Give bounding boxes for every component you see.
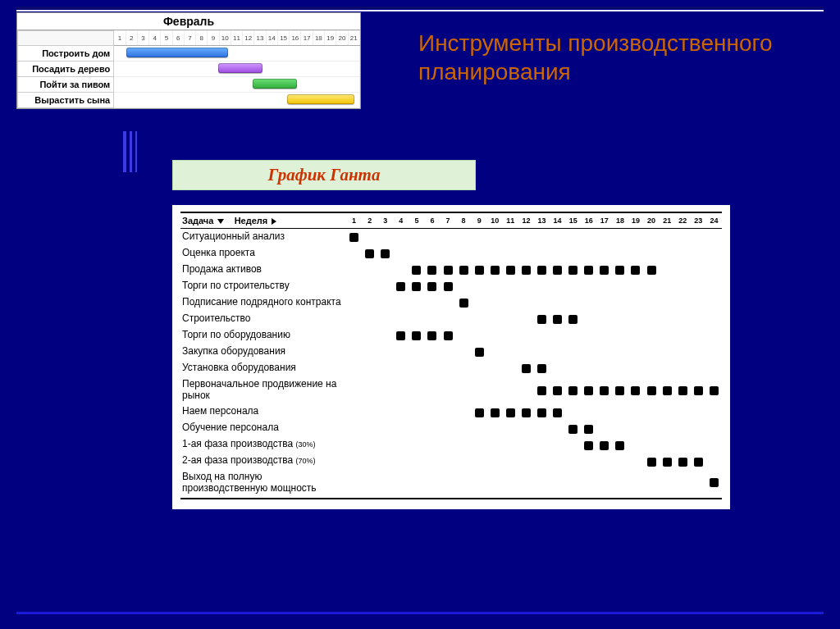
main-gantt-cell [393, 327, 409, 344]
main-gantt-cell [660, 453, 675, 469]
main-gantt-task-label: Выход на полную производственную мощност… [180, 469, 346, 499]
main-gantt-cell [377, 436, 393, 453]
main-gantt-cell [596, 360, 612, 376]
filled-marker [396, 331, 405, 340]
main-gantt-cell [628, 278, 643, 294]
main-gantt-cell [472, 469, 487, 499]
main-gantt-cell [393, 453, 409, 469]
main-gantt-cell [644, 327, 660, 344]
main-gantt-cell [596, 245, 612, 262]
filled-marker [537, 315, 546, 324]
main-gantt-cell [377, 278, 393, 294]
main-gantt-cell [393, 403, 409, 420]
main-gantt-cell [409, 294, 424, 311]
main-gantt-cell [362, 327, 377, 344]
filled-marker [427, 331, 436, 340]
main-gantt-week-header: 1 [346, 212, 362, 229]
filled-marker [553, 315, 562, 324]
main-gantt-cell [456, 311, 472, 327]
main-gantt-cell [393, 311, 409, 327]
main-gantt-cell [612, 327, 628, 344]
mini-gantt-day: 19 [325, 31, 336, 46]
main-gantt-cell [660, 469, 675, 499]
main-gantt-cell [644, 229, 660, 245]
main-gantt-cell [628, 376, 643, 404]
mini-gantt-day: 5 [161, 31, 172, 46]
main-gantt-cell [534, 376, 550, 404]
mini-gantt-lane [114, 93, 360, 108]
main-gantt-cell [377, 245, 393, 262]
main-gantt-cell [534, 420, 550, 436]
main-gantt-cell [472, 420, 487, 436]
main-gantt-cell [377, 344, 393, 360]
main-gantt-week-header: 16 [581, 212, 596, 229]
main-gantt-cell [596, 436, 612, 453]
main-gantt-cell [518, 420, 534, 436]
filled-marker [553, 386, 562, 395]
filled-marker [365, 249, 374, 258]
main-gantt-task-label: Закупка оборудования [180, 344, 346, 360]
main-gantt-cell [691, 453, 706, 469]
main-gantt-cell [534, 469, 550, 499]
mini-gantt-day: 10 [219, 31, 231, 46]
main-gantt-cell [581, 436, 596, 453]
main-gantt-cell [487, 469, 503, 499]
main-gantt-cell [487, 436, 503, 453]
filled-marker [459, 299, 468, 308]
main-gantt-cell [628, 469, 643, 499]
main-gantt-task-label: Подписание подрядного контракта [180, 294, 346, 311]
main-gantt-cell [660, 229, 675, 245]
main-gantt-cell [362, 360, 377, 376]
main-gantt-cell [534, 245, 550, 262]
main-gantt-cell [456, 403, 472, 420]
main-gantt-cell [346, 278, 362, 294]
main-gantt-cell [362, 229, 377, 245]
main-gantt-cell [487, 229, 503, 245]
main-gantt-cell [441, 453, 456, 469]
main-gantt-cell [424, 327, 440, 344]
main-gantt-cell [581, 420, 596, 436]
main-gantt-cell [534, 344, 550, 360]
main-gantt-cell [550, 469, 565, 499]
main-gantt-task-label: 2-ая фаза производства (70%) [180, 453, 346, 469]
main-gantt-cell [581, 376, 596, 404]
mini-gantt-day: 6 [172, 31, 184, 46]
main-gantt-cell [377, 262, 393, 278]
main-gantt-task-label: Торги по оборудованию [180, 327, 346, 344]
main-gantt-cell [581, 229, 596, 245]
main-gantt-cell [487, 262, 503, 278]
main-gantt-cell [675, 262, 691, 278]
filled-marker [537, 364, 546, 373]
main-gantt-cell [660, 360, 675, 376]
filled-marker [522, 408, 531, 417]
filled-marker [553, 266, 562, 275]
main-gantt-cell [503, 360, 518, 376]
mini-gantt-month: Февраль [17, 13, 360, 30]
filled-marker [568, 386, 578, 395]
main-gantt-cell [346, 453, 362, 469]
mini-gantt-day: 12 [243, 31, 254, 46]
main-gantt-cell [706, 469, 722, 499]
main-gantt-cell [346, 262, 362, 278]
main-gantt-cell [503, 327, 518, 344]
filled-marker [491, 266, 500, 275]
main-gantt-cell [518, 360, 534, 376]
mini-gantt-bar [126, 48, 228, 57]
filled-marker [678, 386, 687, 395]
main-gantt-cell [503, 229, 518, 245]
main-gantt-cell [441, 436, 456, 453]
filled-marker [381, 249, 390, 258]
sort-icon [217, 219, 224, 224]
main-gantt-cell [565, 245, 581, 262]
main-gantt-cell [472, 311, 487, 327]
main-gantt-cell [706, 245, 722, 262]
main-gantt-week-header: 15 [565, 212, 581, 229]
main-gantt-cell [534, 436, 550, 453]
filled-marker [506, 408, 515, 417]
main-gantt-cell [377, 327, 393, 344]
main-gantt-cell [518, 294, 534, 311]
main-gantt-week-header: 4 [393, 212, 409, 229]
main-gantt-cell [565, 436, 581, 453]
main-gantt-cell [675, 376, 691, 404]
main-gantt-cell [581, 327, 596, 344]
